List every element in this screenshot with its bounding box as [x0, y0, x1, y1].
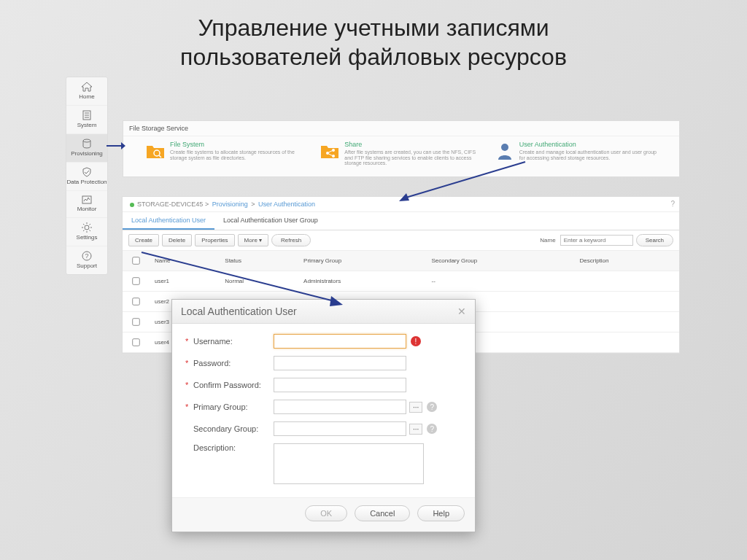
row-checkbox[interactable] — [132, 318, 139, 325]
browse-primary-group[interactable]: ··· — [409, 402, 422, 413]
cancel-button[interactable]: Cancel — [355, 505, 410, 521]
create-button[interactable]: Create — [128, 234, 159, 246]
tabs: Local Authentication User Local Authenti… — [123, 212, 679, 230]
error-icon: ! — [411, 336, 421, 346]
close-icon[interactable]: ✕ — [457, 306, 466, 317]
sidebar-label: Data Protection — [66, 179, 107, 185]
help-button[interactable]: Help — [417, 505, 465, 521]
sidebar-label: Support — [77, 262, 97, 269]
question-icon: ? — [82, 251, 92, 261]
svg-point-21 — [332, 155, 335, 158]
password-label: Password: — [193, 359, 274, 368]
svg-line-29 — [142, 252, 337, 302]
shield-icon — [82, 167, 92, 177]
svg-point-4 — [83, 139, 90, 142]
ok-button[interactable]: OK — [305, 505, 347, 521]
sidebar: Home System Provisioning Data Protection… — [66, 77, 108, 275]
confirm-password-input[interactable] — [274, 378, 406, 392]
sidebar-item-system[interactable]: System — [66, 106, 107, 134]
primary-group-label: Primary Group: — [193, 402, 274, 411]
drive-icon — [82, 139, 92, 149]
description-label: Description: — [193, 443, 274, 452]
confirm-label: Confirm Password: — [193, 381, 274, 389]
delete-button[interactable]: Delete — [162, 234, 192, 246]
sidebar-item-provisioning[interactable]: Provisioning — [66, 134, 107, 163]
service-panel-title: File Storage Service — [123, 121, 679, 136]
sidebar-item-support[interactable]: ? Support — [66, 246, 107, 274]
tab-local-user[interactable]: Local Authentication User — [123, 212, 214, 230]
svg-line-27 — [403, 162, 525, 198]
refresh-button[interactable]: Refresh — [271, 234, 311, 246]
secondary-group-label: Secondary Group: — [193, 424, 274, 433]
svg-point-20 — [332, 149, 335, 152]
svg-line-14 — [90, 224, 91, 225]
row-checkbox[interactable] — [132, 277, 139, 284]
toolbar: Create Delete Properties More ▾ Refresh … — [123, 230, 679, 251]
sidebar-item-data-protection[interactable]: Data Protection — [66, 163, 107, 191]
svg-line-12 — [90, 230, 91, 232]
help-icon[interactable]: ? — [427, 402, 437, 412]
sidebar-label: Settings — [77, 234, 98, 241]
arrow-annotation — [140, 251, 344, 309]
crumb-provisioning[interactable]: Provisioning — [212, 201, 248, 208]
row-checkbox[interactable] — [132, 298, 139, 305]
sidebar-label: Home — [79, 93, 94, 100]
sidebar-item-monitor[interactable]: Monitor — [66, 191, 107, 218]
search-button[interactable]: Search — [636, 234, 673, 246]
sidebar-item-home[interactable]: Home — [66, 77, 107, 106]
svg-text:?: ? — [85, 252, 88, 260]
svg-line-11 — [83, 224, 85, 225]
crumb-user-auth[interactable]: User Authentication — [258, 201, 315, 208]
folder-search-icon — [145, 141, 166, 161]
sidebar-label: Monitor — [77, 206, 97, 212]
help-icon[interactable]: ? — [670, 200, 675, 208]
svg-marker-26 — [121, 142, 125, 149]
folder-share-icon — [320, 141, 340, 161]
svc-file-system[interactable]: File SystemCreate file systems to alloca… — [145, 141, 308, 166]
help-icon[interactable]: ? — [427, 424, 437, 434]
arrow-annotation — [398, 160, 529, 204]
properties-button[interactable]: Properties — [195, 234, 234, 246]
create-user-dialog: Local Authentication User ✕ *Username:! … — [171, 299, 476, 532]
svg-point-6 — [85, 225, 89, 230]
slide-title: Управление учетными записями пользовател… — [44, 13, 703, 71]
secondary-group-input[interactable] — [274, 421, 406, 436]
gear-icon — [82, 222, 92, 233]
list-icon — [82, 110, 92, 120]
sidebar-label: System — [77, 122, 97, 128]
svg-point-24 — [501, 144, 508, 151]
dialog-footer: OK Cancel Help — [172, 497, 475, 532]
search-input[interactable] — [560, 235, 633, 246]
svg-line-13 — [83, 230, 85, 232]
home-icon — [81, 82, 93, 92]
more-button[interactable]: More ▾ — [238, 234, 268, 246]
sidebar-item-settings[interactable]: Settings — [66, 218, 107, 246]
select-all-checkbox[interactable] — [132, 257, 139, 264]
tab-local-group[interactable]: Local Authentication User Group — [214, 212, 327, 230]
password-input[interactable] — [274, 356, 406, 370]
username-input[interactable] — [274, 334, 406, 349]
arrow-annotation — [107, 140, 125, 152]
description-input[interactable] — [274, 443, 424, 484]
browse-secondary-group[interactable]: ··· — [409, 424, 422, 435]
monitor-icon — [82, 195, 92, 204]
primary-group-input[interactable] — [274, 400, 406, 414]
sidebar-label: Provisioning — [71, 150, 103, 157]
row-checkbox[interactable] — [132, 338, 139, 346]
svg-marker-30 — [330, 296, 343, 306]
svg-marker-28 — [399, 193, 409, 201]
search-label: Name — [540, 237, 555, 244]
user-icon — [495, 141, 515, 161]
username-label: Username: — [193, 337, 274, 346]
